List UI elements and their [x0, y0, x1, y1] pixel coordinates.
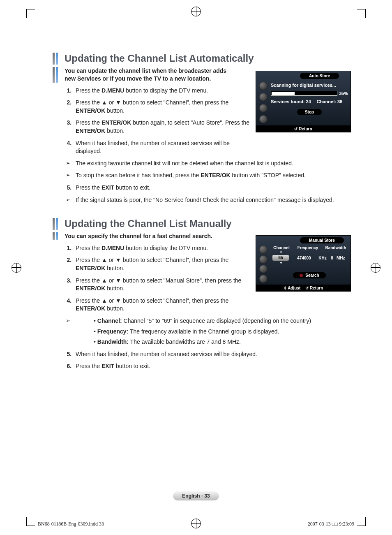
- language-icon: [259, 115, 267, 123]
- heading-accent-bar: [56, 218, 58, 230]
- tv-icon: [259, 245, 267, 254]
- services-found: Services found: 24: [271, 99, 311, 104]
- header-frequency: Frequency: [292, 245, 323, 250]
- progress-fill: [272, 92, 295, 95]
- crop-mark: [357, 517, 366, 526]
- note-item: • Channel: Channel "5" to "69" in sequen…: [66, 317, 351, 346]
- gear-icon: [259, 104, 267, 112]
- imprint-line: BN68-01186B-Eng-0309.indd 33 2007-03-13 …: [38, 521, 354, 528]
- language-icon: [259, 275, 267, 283]
- page: Updating the Channel List Automatically …: [0, 0, 392, 535]
- heading-accent-bar: [56, 53, 58, 65]
- return-hint: Return: [294, 127, 312, 131]
- progress-track: [271, 91, 337, 96]
- tv-icon: [259, 82, 267, 90]
- page-number-footer: English - 33: [0, 491, 392, 500]
- heading-accent-bar: [53, 218, 55, 230]
- step-item: Press the ▲ or ▼ button to select "Chann…: [73, 297, 254, 313]
- sub-item: • Channel: Channel "5" to "69" in sequen…: [84, 317, 351, 325]
- header-bandwidth: Bandwidth: [323, 245, 348, 250]
- osd-progress: 35%: [271, 91, 348, 96]
- button-ref: ENTER/OK: [76, 127, 105, 134]
- imprint-timestamp: 2007-03-13 □□ 9:23:09: [308, 521, 354, 528]
- button-ref: ENTER/OK: [76, 107, 105, 114]
- unit-khz: KHz: [317, 256, 328, 260]
- search-button[interactable]: Search: [293, 272, 325, 278]
- osd-title: Manual Store: [300, 237, 344, 243]
- step-item: Press the ▲ or ▼ button to select "Chann…: [73, 256, 254, 272]
- search-row: Search: [271, 272, 348, 278]
- button-ref: ENTER/OK: [76, 285, 105, 292]
- osd-side-icons: [258, 245, 269, 284]
- globe-icon: [259, 93, 267, 101]
- crop-mark: [26, 9, 35, 18]
- step-item: Press the EXIT button to exit.: [73, 184, 351, 192]
- section-title: Updating the Channel List Automatically: [65, 53, 254, 65]
- sub-item: • Frequency: The frequency available in …: [84, 328, 351, 336]
- heading-accent-bar: [53, 53, 55, 65]
- section-title: Updating the Channel List Manually: [65, 218, 232, 230]
- adjust-hint: Adjust: [284, 286, 301, 290]
- registration-mark-icon: [371, 263, 380, 273]
- registration-mark-icon: [191, 7, 201, 16]
- osd-title: Auto Store: [300, 73, 339, 79]
- registration-mark-icon: [12, 263, 21, 273]
- chevron-up-icon: ▲: [271, 250, 291, 253]
- step-item: When it has finished, the number of scan…: [73, 350, 351, 359]
- button-ref: ENTER/OK: [76, 305, 105, 312]
- frequency-value: 474000: [291, 256, 317, 260]
- intro-text: You can update the channel list when the…: [65, 67, 237, 83]
- heading-accent-bar: [53, 232, 55, 240]
- osd-auto-store: Auto Store Scanning for digital services…: [256, 71, 351, 132]
- stop-button[interactable]: Stop: [297, 109, 322, 115]
- osd-side-icons: [258, 80, 269, 125]
- section-heading: Updating the Channel List Manually: [53, 218, 351, 230]
- note-item: The existing favourite channel list will…: [66, 160, 351, 168]
- step-item: Press the ▲ or ▼ button to select "Manua…: [73, 277, 254, 293]
- osd-manual-store: Manual Store Channel Frequency Bandwidth…: [256, 235, 351, 292]
- button-ref: ENTER/OK: [201, 172, 230, 178]
- step-item: Press the ▲ or ▼ button to select "Chann…: [73, 99, 254, 115]
- heading-accent-bar: [53, 67, 55, 83]
- button-ref: D.MENU: [101, 87, 124, 94]
- unit-mhz: MHz: [336, 256, 348, 260]
- gear-icon: [259, 265, 267, 273]
- button-ref: EXIT: [101, 363, 114, 369]
- crop-mark: [357, 9, 366, 18]
- step-item: Press the D.MENU button to display the D…: [73, 87, 254, 95]
- heading-accent-bar: [56, 232, 58, 240]
- button-ref: EXIT: [101, 184, 114, 191]
- current-channel: Channel: 38: [317, 99, 342, 104]
- button-ref: ENTER/OK: [76, 265, 105, 271]
- crop-mark: [26, 517, 35, 526]
- step-item: Press the EXIT button to exit.: [73, 362, 351, 371]
- button-ref: ENTER/OK: [101, 119, 131, 126]
- osd-footer: Adjust Return: [256, 285, 350, 291]
- osd-found-line: Services found: 24 Channel: 38: [271, 99, 348, 104]
- channel-value[interactable]: 65: [272, 255, 289, 261]
- osd-footer: Return: [256, 125, 350, 132]
- bandwidth-value: 8: [328, 256, 336, 260]
- progress-percent: 35%: [339, 91, 348, 96]
- button-ref: D.MENU: [101, 245, 124, 251]
- osd-scanning-text: Scanning for digital services...: [271, 83, 348, 88]
- globe-icon: [259, 255, 267, 264]
- imprint-file: BN68-01186B-Eng-0309.indd 33: [38, 521, 104, 528]
- note-item: If the signal status is poor, the "No Se…: [66, 196, 351, 204]
- step-text: Press the: [76, 87, 101, 94]
- osd-value-row: 65 474000 KHz 8 MHz: [271, 254, 348, 262]
- step-item: Press the D.MENU button to display the D…: [73, 244, 254, 252]
- note-item: To stop the scan before it has finished,…: [66, 171, 351, 180]
- chevron-down-icon: ▼: [271, 262, 291, 265]
- step-item: When it has finished, the number of scan…: [73, 139, 254, 155]
- sub-item: • Bandwidth: The available bandwidths ar…: [84, 338, 351, 346]
- return-hint: Return: [305, 286, 323, 290]
- page-number: English - 33: [173, 491, 219, 500]
- step-item: Press the ENTER/OK button again, to sele…: [73, 119, 254, 135]
- section-heading: Updating the Channel List Automatically: [53, 53, 351, 65]
- heading-accent-bar: [56, 67, 58, 83]
- intro-text: You can specify the channel for a fast c…: [65, 232, 212, 240]
